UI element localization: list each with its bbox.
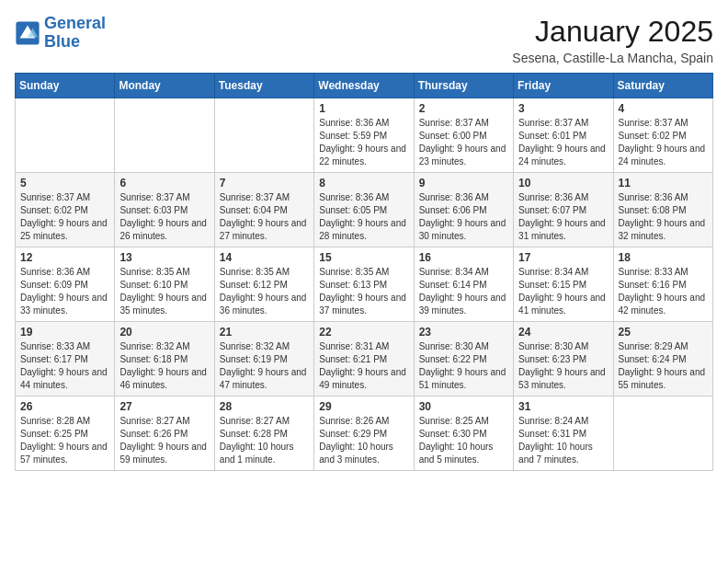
- day-number: 5: [20, 177, 109, 190]
- week-row-4: 19Sunrise: 8:33 AMSunset: 6:17 PMDayligh…: [16, 322, 713, 396]
- day-info: Sunrise: 8:37 AMSunset: 6:03 PMDaylight:…: [119, 191, 209, 243]
- day-info: Sunrise: 8:35 AMSunset: 6:10 PMDaylight:…: [119, 266, 209, 317]
- day-info: Sunrise: 8:30 AMSunset: 6:23 PMDaylight:…: [518, 340, 608, 392]
- title-block: January 2025 Sesena, Castille-La Mancha,…: [512, 15, 713, 65]
- day-number: 27: [119, 400, 209, 413]
- day-number: 4: [619, 102, 708, 115]
- day-info: Sunrise: 8:31 AMSunset: 6:21 PMDaylight:…: [319, 340, 408, 392]
- day-cell: 24Sunrise: 8:30 AMSunset: 6:23 PMDayligh…: [514, 322, 613, 396]
- day-info: Sunrise: 8:27 AMSunset: 6:28 PMDaylight:…: [220, 415, 309, 466]
- day-cell: 27Sunrise: 8:27 AMSunset: 6:26 PMDayligh…: [115, 396, 214, 471]
- week-row-1: 1Sunrise: 8:36 AMSunset: 5:59 PMDaylight…: [16, 98, 713, 173]
- day-info: Sunrise: 8:37 AMSunset: 6:04 PMDaylight:…: [220, 191, 309, 243]
- day-number: 28: [220, 400, 309, 413]
- day-number: 30: [419, 400, 508, 413]
- day-info: Sunrise: 8:37 AMSunset: 6:00 PMDaylight:…: [419, 117, 508, 168]
- day-cell: 12Sunrise: 8:36 AMSunset: 6:09 PMDayligh…: [16, 247, 115, 322]
- day-info: Sunrise: 8:24 AMSunset: 6:31 PMDaylight:…: [518, 415, 608, 466]
- day-info: Sunrise: 8:36 AMSunset: 6:06 PMDaylight:…: [419, 191, 508, 243]
- day-info: Sunrise: 8:26 AMSunset: 6:29 PMDaylight:…: [319, 415, 408, 466]
- day-cell: [115, 98, 214, 173]
- day-cell: [16, 98, 115, 173]
- day-number: 31: [518, 400, 608, 413]
- day-number: 21: [220, 326, 309, 339]
- day-cell: 25Sunrise: 8:29 AMSunset: 6:24 PMDayligh…: [613, 322, 712, 396]
- week-row-5: 26Sunrise: 8:28 AMSunset: 6:25 PMDayligh…: [16, 396, 713, 471]
- day-cell: 23Sunrise: 8:30 AMSunset: 6:22 PMDayligh…: [414, 322, 513, 396]
- logo-icon: [15, 20, 40, 46]
- logo-text: General Blue: [44, 15, 106, 52]
- day-cell: 11Sunrise: 8:36 AMSunset: 6:08 PMDayligh…: [613, 173, 712, 247]
- weekday-header-row: SundayMondayTuesdayWednesdayThursdayFrid…: [16, 74, 713, 98]
- day-info: Sunrise: 8:37 AMSunset: 6:02 PMDaylight:…: [619, 117, 708, 168]
- day-cell: 26Sunrise: 8:28 AMSunset: 6:25 PMDayligh…: [16, 396, 115, 471]
- day-cell: 22Sunrise: 8:31 AMSunset: 6:21 PMDayligh…: [314, 322, 414, 396]
- logo-line1: General: [44, 14, 106, 32]
- day-info: Sunrise: 8:35 AMSunset: 6:12 PMDaylight:…: [220, 266, 309, 317]
- day-info: Sunrise: 8:25 AMSunset: 6:30 PMDaylight:…: [419, 415, 508, 466]
- day-info: Sunrise: 8:33 AMSunset: 6:16 PMDaylight:…: [619, 266, 708, 317]
- day-cell: 2Sunrise: 8:37 AMSunset: 6:00 PMDaylight…: [414, 98, 513, 173]
- day-cell: 31Sunrise: 8:24 AMSunset: 6:31 PMDayligh…: [514, 396, 613, 471]
- day-number: 25: [619, 326, 708, 339]
- day-cell: 29Sunrise: 8:26 AMSunset: 6:29 PMDayligh…: [314, 396, 414, 471]
- day-info: Sunrise: 8:30 AMSunset: 6:22 PMDaylight:…: [419, 340, 508, 392]
- day-info: Sunrise: 8:36 AMSunset: 6:08 PMDaylight:…: [619, 191, 708, 243]
- week-row-2: 5Sunrise: 8:37 AMSunset: 6:02 PMDaylight…: [16, 173, 713, 247]
- day-cell: 8Sunrise: 8:36 AMSunset: 6:05 PMDaylight…: [314, 173, 414, 247]
- day-number: 10: [518, 177, 608, 190]
- day-number: 20: [119, 326, 209, 339]
- day-number: 8: [319, 177, 408, 190]
- day-cell: 7Sunrise: 8:37 AMSunset: 6:04 PMDaylight…: [214, 173, 313, 247]
- day-info: Sunrise: 8:34 AMSunset: 6:15 PMDaylight:…: [518, 266, 608, 317]
- weekday-header-sunday: Sunday: [16, 74, 115, 98]
- day-info: Sunrise: 8:36 AMSunset: 6:05 PMDaylight:…: [319, 191, 408, 243]
- day-cell: 4Sunrise: 8:37 AMSunset: 6:02 PMDaylight…: [613, 98, 712, 173]
- day-info: Sunrise: 8:32 AMSunset: 6:18 PMDaylight:…: [119, 340, 209, 392]
- logo: General Blue: [15, 15, 106, 52]
- day-number: 22: [319, 326, 408, 339]
- day-cell: 3Sunrise: 8:37 AMSunset: 6:01 PMDaylight…: [514, 98, 613, 173]
- day-number: 13: [119, 251, 209, 264]
- day-info: Sunrise: 8:36 AMSunset: 6:09 PMDaylight:…: [20, 266, 109, 317]
- day-cell: 30Sunrise: 8:25 AMSunset: 6:30 PMDayligh…: [414, 396, 513, 471]
- day-number: 24: [518, 326, 608, 339]
- weekday-header-tuesday: Tuesday: [214, 74, 313, 98]
- day-cell: [214, 98, 313, 173]
- day-cell: 5Sunrise: 8:37 AMSunset: 6:02 PMDaylight…: [16, 173, 115, 247]
- day-number: 14: [220, 251, 309, 264]
- day-info: Sunrise: 8:34 AMSunset: 6:14 PMDaylight:…: [419, 266, 508, 317]
- day-number: 12: [20, 251, 109, 264]
- day-info: Sunrise: 8:32 AMSunset: 6:19 PMDaylight:…: [220, 340, 309, 392]
- day-number: 29: [319, 400, 408, 413]
- day-number: 23: [419, 326, 508, 339]
- weekday-header-thursday: Thursday: [414, 74, 513, 98]
- day-number: 6: [119, 177, 209, 190]
- day-info: Sunrise: 8:33 AMSunset: 6:17 PMDaylight:…: [20, 340, 109, 392]
- location: Sesena, Castille-La Mancha, Spain: [512, 51, 713, 65]
- day-number: 19: [20, 326, 109, 339]
- day-cell: 1Sunrise: 8:36 AMSunset: 5:59 PMDaylight…: [314, 98, 414, 173]
- day-number: 18: [619, 251, 708, 264]
- page-header: General Blue January 2025 Sesena, Castil…: [15, 15, 713, 65]
- day-number: 11: [619, 177, 708, 190]
- logo-line2: Blue: [44, 32, 80, 51]
- week-row-3: 12Sunrise: 8:36 AMSunset: 6:09 PMDayligh…: [16, 247, 713, 322]
- day-cell: 14Sunrise: 8:35 AMSunset: 6:12 PMDayligh…: [214, 247, 313, 322]
- day-cell: 18Sunrise: 8:33 AMSunset: 6:16 PMDayligh…: [613, 247, 712, 322]
- weekday-header-saturday: Saturday: [613, 74, 712, 98]
- day-info: Sunrise: 8:29 AMSunset: 6:24 PMDaylight:…: [619, 340, 708, 392]
- day-info: Sunrise: 8:36 AMSunset: 6:07 PMDaylight:…: [518, 191, 608, 243]
- day-info: Sunrise: 8:28 AMSunset: 6:25 PMDaylight:…: [20, 415, 109, 466]
- day-number: 16: [419, 251, 508, 264]
- day-cell: 10Sunrise: 8:36 AMSunset: 6:07 PMDayligh…: [514, 173, 613, 247]
- day-info: Sunrise: 8:37 AMSunset: 6:02 PMDaylight:…: [20, 191, 109, 243]
- day-cell: 17Sunrise: 8:34 AMSunset: 6:15 PMDayligh…: [514, 247, 613, 322]
- day-number: 17: [518, 251, 608, 264]
- weekday-header-monday: Monday: [115, 74, 214, 98]
- day-info: Sunrise: 8:36 AMSunset: 5:59 PMDaylight:…: [319, 117, 408, 168]
- day-number: 26: [20, 400, 109, 413]
- day-number: 7: [220, 177, 309, 190]
- weekday-header-friday: Friday: [514, 74, 613, 98]
- month-title: January 2025: [512, 15, 713, 49]
